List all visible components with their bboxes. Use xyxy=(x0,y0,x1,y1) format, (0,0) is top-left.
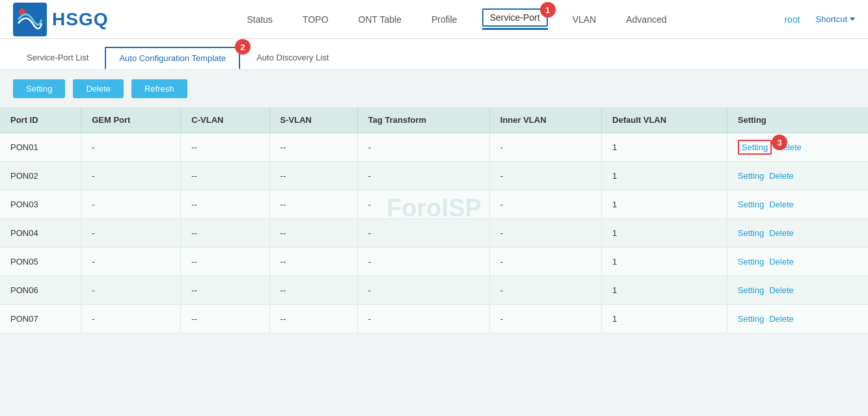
cell-c-vlan: -- xyxy=(181,305,269,333)
cell-s-vlan: -- xyxy=(269,305,357,333)
table-row: PON04-------1SettingDelete xyxy=(0,219,868,248)
nav-item-shortcut[interactable]: Shortcut xyxy=(816,14,855,24)
data-table: Port ID GEM Port C-VLAN S-VLAN Tag Trans… xyxy=(0,107,868,333)
cell-gem-port: - xyxy=(81,190,181,219)
table-row: PON02-------1SettingDelete xyxy=(0,162,868,190)
table-row: PON06-------1SettingDelete xyxy=(0,276,868,305)
cell-default-vlan: 1 xyxy=(602,305,727,333)
cell-gem-port: - xyxy=(81,276,181,305)
nav-item-profile[interactable]: Profile xyxy=(426,12,463,27)
action-setting-link[interactable]: Setting xyxy=(738,228,764,238)
cell-gem-port: - xyxy=(81,248,181,276)
cell-s-vlan: -- xyxy=(269,133,357,162)
cell-gem-port: - xyxy=(81,162,181,190)
nav-item-ont-table[interactable]: ONT Table xyxy=(353,12,407,27)
refresh-button[interactable]: Refresh xyxy=(131,79,187,98)
nav-item-status[interactable]: Status xyxy=(241,12,278,27)
cell-s-vlan: -- xyxy=(269,248,357,276)
cell-s-vlan: -- xyxy=(269,219,357,248)
cell-default-vlan: 1 xyxy=(602,133,727,162)
header: HSGQ Status TOPO ONT Table Profile Servi… xyxy=(0,0,868,39)
logo-icon xyxy=(13,3,47,36)
nav-active-underline xyxy=(482,28,548,30)
table-header: Port ID GEM Port C-VLAN S-VLAN Tag Trans… xyxy=(0,107,868,133)
table-body: PON01-------1Setting3DeletePON02-------1… xyxy=(0,133,868,333)
cell-port-id: PON07 xyxy=(0,305,81,333)
table-row: PON01-------1Setting3Delete xyxy=(0,133,868,162)
action-delete-link[interactable]: Delete xyxy=(769,314,794,324)
nav-item-service-port-wrapper: Service-Port 1 xyxy=(482,8,548,30)
cell-actions: SettingDelete xyxy=(727,276,868,305)
cell-default-vlan: 1 xyxy=(602,219,727,248)
cell-tag-transform: - xyxy=(357,276,489,305)
col-header-s-vlan: S-VLAN xyxy=(269,107,357,133)
nav-item-advanced[interactable]: Advanced xyxy=(621,12,671,27)
toolbar: Setting Delete Refresh xyxy=(0,70,868,107)
action-delete-link[interactable]: Delete xyxy=(769,171,794,181)
tabs-bar: Service-Port List Auto Configuration Tem… xyxy=(0,39,868,70)
cell-inner-vlan: - xyxy=(489,248,601,276)
action-setting-link[interactable]: Setting xyxy=(738,257,764,266)
col-header-gem-port: GEM Port xyxy=(81,107,181,133)
tab-auto-discovery-list[interactable]: Auto Discovery List xyxy=(243,47,342,70)
action-delete-link[interactable]: Delete xyxy=(769,257,794,266)
cell-inner-vlan: - xyxy=(489,219,601,248)
action-setting-link[interactable]: Setting xyxy=(738,314,764,324)
cell-s-vlan: -- xyxy=(269,276,357,305)
nav-item-topo[interactable]: TOPO xyxy=(297,12,333,27)
cell-tag-transform: - xyxy=(357,190,489,219)
cell-tag-transform: - xyxy=(357,133,489,162)
cell-c-vlan: -- xyxy=(181,219,269,248)
table-row: PON07-------1SettingDelete xyxy=(0,305,868,333)
logo-area: HSGQ xyxy=(13,3,108,36)
cell-tag-transform: - xyxy=(357,219,489,248)
cell-port-id: PON05 xyxy=(0,248,81,276)
setting-button[interactable]: Setting xyxy=(13,79,65,98)
cell-c-vlan: -- xyxy=(181,248,269,276)
cell-port-id: PON03 xyxy=(0,190,81,219)
cell-actions: SettingDelete xyxy=(727,248,868,276)
delete-button[interactable]: Delete xyxy=(73,79,124,98)
nav-item-vlan[interactable]: VLAN xyxy=(567,12,602,27)
action-setting-link[interactable]: Setting xyxy=(738,140,772,155)
nav-item-service-port[interactable]: Service-Port xyxy=(482,8,548,27)
action-setting-link[interactable]: Setting xyxy=(738,200,764,209)
badge-2: 2 xyxy=(235,39,251,55)
cell-default-vlan: 1 xyxy=(602,248,727,276)
cell-tag-transform: - xyxy=(357,162,489,190)
cell-inner-vlan: - xyxy=(489,190,601,219)
col-header-tag-transform: Tag Transform xyxy=(357,107,489,133)
cell-inner-vlan: - xyxy=(489,133,601,162)
table-container: Port ID GEM Port C-VLAN S-VLAN Tag Trans… xyxy=(0,107,868,333)
nav-right: root Shortcut xyxy=(779,12,855,27)
shortcut-label: Shortcut xyxy=(816,14,847,24)
logo-text: HSGQ xyxy=(52,9,108,30)
nav-item-root[interactable]: root xyxy=(779,12,805,27)
cell-inner-vlan: - xyxy=(489,305,601,333)
cell-gem-port: - xyxy=(81,305,181,333)
action-setting-link[interactable]: Setting xyxy=(738,171,764,181)
chevron-down-icon xyxy=(850,18,855,21)
cell-port-id: PON04 xyxy=(0,219,81,248)
cell-port-id: PON01 xyxy=(0,133,81,162)
cell-default-vlan: 1 xyxy=(602,190,727,219)
cell-gem-port: - xyxy=(81,219,181,248)
cell-default-vlan: 1 xyxy=(602,276,727,305)
cell-s-vlan: -- xyxy=(269,190,357,219)
badge-1: 1 xyxy=(540,2,556,18)
action-setting-link[interactable]: Setting xyxy=(738,285,764,295)
cell-c-vlan: -- xyxy=(181,276,269,305)
action-delete-link[interactable]: Delete xyxy=(769,285,794,295)
cell-s-vlan: -- xyxy=(269,162,357,190)
col-header-setting: Setting xyxy=(727,107,868,133)
cell-port-id: PON06 xyxy=(0,276,81,305)
cell-c-vlan: -- xyxy=(181,133,269,162)
tab-auto-config-wrapper: Auto Configuration Template 2 xyxy=(105,47,243,70)
action-delete-link[interactable]: Delete xyxy=(769,228,794,238)
cell-actions: SettingDelete xyxy=(727,190,868,219)
tab-auto-config-template[interactable]: Auto Configuration Template xyxy=(105,47,240,70)
table-row: PON05-------1SettingDelete xyxy=(0,248,868,276)
cell-actions: Setting3Delete xyxy=(727,133,868,162)
tab-service-port-list[interactable]: Service-Port List xyxy=(13,47,102,70)
action-delete-link[interactable]: Delete xyxy=(769,200,794,209)
